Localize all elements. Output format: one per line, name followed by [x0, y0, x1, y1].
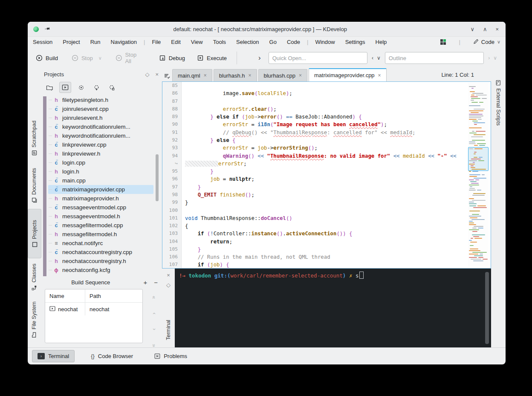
terminal-console[interactable]: !→ tokodon git:(work/carl/remember-selec… — [175, 269, 491, 347]
configure-project-icon[interactable] — [106, 82, 117, 92]
tree-item[interactable]: c̈messagefiltermodel.cpp — [48, 221, 153, 230]
terminal-detach-icon[interactable]: ◇ — [162, 282, 175, 288]
menu-item-settings[interactable]: Settings — [345, 39, 365, 45]
sidebar-tab-external-scripts[interactable]: External Scripts — [491, 71, 506, 135]
dropdown-icon[interactable]: ∨ — [377, 55, 381, 61]
minimap[interactable] — [468, 83, 489, 267]
sidebar-tab-projects[interactable]: Projects — [28, 209, 41, 258]
menu-item-window[interactable]: Window — [315, 39, 335, 45]
editor-tab-matriximageprovider.cpp[interactable]: matriximageprovider.cpp× — [309, 68, 387, 81]
expand-chevron-icon[interactable]: › — [258, 54, 261, 62]
build-sequence-title: Build Sequence — [45, 279, 136, 286]
tree-item[interactable]: hfiletypesingleton.h — [48, 95, 153, 104]
tree-item[interactable]: c̈joinrulesevent.cpp — [48, 104, 153, 113]
close-panel-icon[interactable]: × — [155, 71, 159, 78]
tree-item[interactable]: hmessagefiltermodel.h — [48, 230, 153, 239]
menu-item-go[interactable]: Go — [269, 39, 277, 45]
run-target-icon[interactable] — [59, 82, 71, 93]
tree-item[interactable]: hlinkpreviewer.h — [48, 149, 153, 158]
tree-item-label: neochataccountregistry.cpp — [62, 249, 132, 255]
menu-item-help[interactable]: Help — [376, 39, 387, 45]
editor-tab-blurhash.h[interactable]: blurhash.h× — [214, 69, 257, 81]
tree-scrollbar[interactable] — [156, 154, 159, 201]
stop-all-button[interactable]: Stop All — [112, 49, 147, 67]
debug-button[interactable]: Debug — [155, 52, 189, 64]
tree-item[interactable]: c̈login.cpp — [48, 158, 153, 167]
menu-item-selection[interactable]: Selection — [236, 39, 259, 45]
move-top-button[interactable]: « — [151, 296, 157, 299]
terminal-close-icon[interactable]: × — [162, 272, 175, 278]
remove-item-button[interactable]: − — [154, 279, 158, 286]
statusbar-toggle-code-browser[interactable]: {}Code Browser — [86, 350, 138, 362]
editor-tab-blurhash.cpp[interactable]: blurhash.cpp× — [258, 69, 307, 81]
file-system-icon — [32, 332, 37, 338]
tree-item[interactable]: c̈messageeventmodel.cpp — [48, 203, 153, 212]
tree-item[interactable]: hmatriximageprovider.h — [48, 194, 153, 203]
outline-input[interactable] — [385, 52, 484, 64]
move-bottom-button[interactable]: » — [151, 344, 157, 347]
configure-download-icon[interactable] — [91, 82, 102, 92]
line-number: 102 — [162, 222, 181, 230]
tree-item[interactable]: c̈matriximageprovider.cpp — [48, 185, 153, 194]
tab-close-icon[interactable]: × — [204, 72, 207, 78]
open-project-icon[interactable] — [44, 82, 55, 92]
menu-item-session[interactable]: Session — [33, 39, 52, 45]
tree-item[interactable]: hmessageeventmodel.h — [48, 212, 153, 221]
tree-item[interactable]: hkeywordnotificationrulem... — [48, 131, 153, 140]
tree-item[interactable]: c̈keywordnotificationrulem... — [48, 122, 153, 131]
tree-item[interactable]: hjoinrulesevent.h — [48, 113, 153, 122]
document-list-icon[interactable] — [162, 70, 172, 81]
shade-button[interactable]: ∨ — [470, 26, 474, 32]
tree-item[interactable]: c̈main.cpp — [48, 176, 153, 185]
stop-button[interactable]: Stop∨ — [68, 52, 106, 64]
sidebar-tab-file-system[interactable]: File System — [28, 297, 40, 343]
code-editor[interactable]: 8586 image.save(localFile);8788 errorStr… — [162, 81, 491, 269]
build-settings-icon[interactable] — [75, 82, 87, 92]
area-switcher-icon[interactable] — [440, 39, 446, 45]
menu-item-tools[interactable]: Tools — [213, 39, 226, 45]
menu-item-run[interactable]: Run — [90, 39, 101, 45]
move-up-button[interactable]: ‹ — [151, 312, 158, 314]
column-header-name[interactable]: Name — [45, 289, 85, 302]
project-color-stripe — [43, 96, 46, 276]
tab-close-icon[interactable]: × — [248, 72, 251, 78]
chevron-down-icon[interactable]: ∨ — [497, 39, 500, 45]
code-text: } — [181, 168, 214, 175]
menu-item-code[interactable]: Code — [287, 39, 300, 45]
sidebar-tab-documents[interactable]: Documents — [28, 163, 40, 208]
perspective-label[interactable]: Code — [481, 39, 494, 45]
statusbar-toggle-terminal[interactable]: ›Terminal — [32, 350, 75, 362]
tree-item[interactable]: hlogin.h — [48, 167, 153, 176]
menu-item-edit[interactable]: Edit — [171, 39, 180, 45]
tab-close-icon[interactable]: × — [299, 72, 302, 78]
terminal-tab-label[interactable]: Terminal — [165, 320, 171, 340]
terminal-scrollbar[interactable] — [485, 272, 489, 344]
menu-item-project[interactable]: Project — [63, 39, 80, 45]
build-sequence-row[interactable]: neochatneochat — [45, 303, 142, 315]
tree-item[interactable]: c̈linkpreviewer.cpp — [48, 140, 153, 149]
editor-tab-main.qml[interactable]: main.qml× — [172, 69, 212, 81]
quick-open-input[interactable] — [269, 52, 367, 64]
tree-item[interactable]: hneochataccountregistry.h — [48, 257, 153, 266]
tree-item[interactable]: c̈neochataccountregistry.cpp — [48, 248, 153, 257]
dropdown2-icon[interactable]: ∨ — [493, 55, 497, 61]
build-button[interactable]: Build — [32, 52, 62, 64]
close-button[interactable]: × — [495, 26, 499, 32]
next-icon[interactable]: › — [488, 55, 490, 61]
tree-item[interactable]: ≡neochat.notifyrc — [48, 239, 153, 248]
menu-item-file[interactable]: File — [152, 39, 161, 45]
sidebar-tab-classes[interactable]: Classes — [28, 259, 40, 295]
column-header-path[interactable]: Path — [85, 293, 101, 299]
tab-close-icon[interactable]: × — [378, 72, 381, 78]
maximize-button[interactable]: ∧ — [483, 26, 487, 32]
sidebar-tab-scratchpad[interactable]: Scratchpad — [28, 116, 40, 160]
tree-item[interactable]: ɸneochatconfig.kcfg — [48, 266, 153, 275]
menu-item-navigation[interactable]: Navigation — [111, 39, 137, 45]
float-panel-icon[interactable]: ◇ — [145, 71, 149, 78]
prev-icon[interactable]: ‹ — [372, 55, 373, 61]
move-down-button[interactable]: › — [151, 329, 158, 330]
add-item-button[interactable]: + — [143, 279, 147, 286]
execute-button[interactable]: Execute — [193, 52, 231, 64]
menu-item-view[interactable]: View — [191, 39, 203, 45]
statusbar-toggle-problems[interactable]: Problems — [149, 350, 192, 362]
